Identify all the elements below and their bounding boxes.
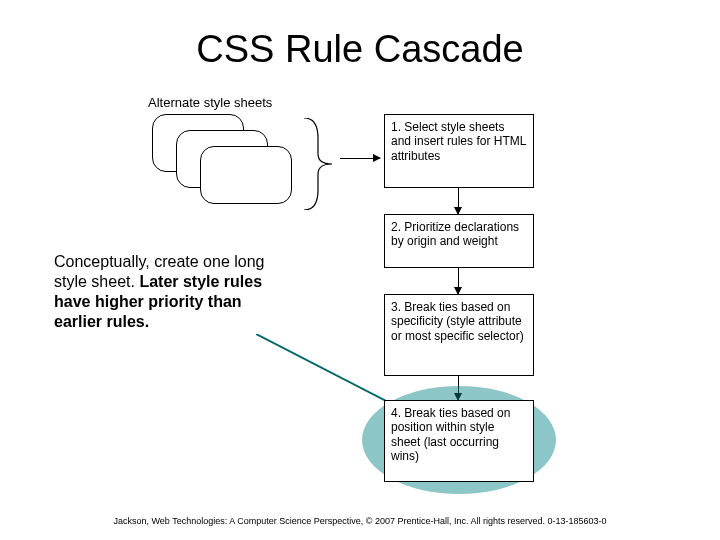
page-title: CSS Rule Cascade <box>0 28 720 71</box>
brace-icon <box>298 118 338 210</box>
footer-text: Jackson, Web Technologies: A Computer Sc… <box>0 516 720 526</box>
sheet-icon <box>200 146 292 204</box>
arrow-down-icon <box>458 188 459 214</box>
arrow-down-icon <box>458 268 459 294</box>
step-box-4: 4. Break ties based on position within s… <box>384 400 534 482</box>
step-box-2: 2. Prioritize declarations by origin and… <box>384 214 534 268</box>
svg-line-0 <box>256 334 396 406</box>
step-box-1: 1. Select style sheets and insert rules … <box>384 114 534 188</box>
alt-sheets-label: Alternate style sheets <box>148 95 272 110</box>
step-box-3: 3. Break ties based on specificity (styl… <box>384 294 534 376</box>
connector-line <box>256 334 396 406</box>
arrow-right-icon <box>340 158 380 159</box>
description-text: Conceptually, create one long style shee… <box>54 252 278 332</box>
